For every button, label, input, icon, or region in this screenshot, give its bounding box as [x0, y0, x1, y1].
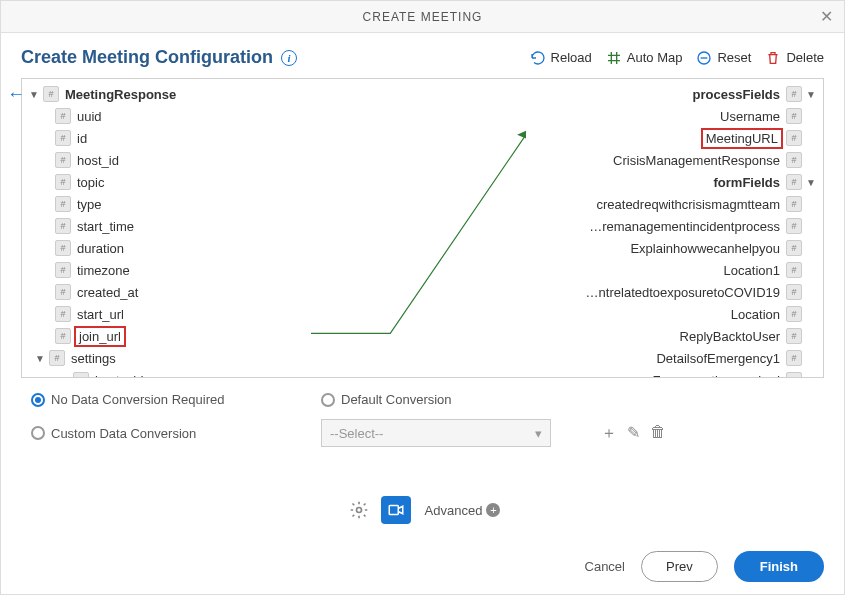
tree-node[interactable]: Zoommeetingrequired# — [526, 369, 823, 378]
tree-node[interactable]: DetailsofEmergency1# — [526, 347, 823, 369]
hash-icon: # — [786, 306, 802, 322]
finish-button[interactable]: Finish — [734, 551, 824, 582]
create-meeting-dialog: CREATE MEETING ✕ Create Meeting Configur… — [0, 0, 845, 595]
tree-node[interactable]: Explainhowwecanhelpyou# — [526, 237, 823, 259]
radio-icon — [31, 393, 45, 407]
hash-icon: # — [55, 328, 71, 344]
prev-button[interactable]: Prev — [641, 551, 718, 582]
tree-node-host-video[interactable]: # host_video — [22, 369, 311, 378]
hash-icon: # — [55, 218, 71, 234]
plus-circle-icon: + — [486, 503, 500, 517]
tree-node[interactable]: #topic — [22, 171, 311, 193]
toolbar: Reload Auto Map Reset Delete — [530, 50, 824, 66]
hash-icon: # — [786, 372, 802, 378]
hash-icon: # — [43, 86, 59, 102]
tree-node[interactable]: #start_time — [22, 215, 311, 237]
tree-node[interactable]: #start_url — [22, 303, 311, 325]
conversion-options-row2: Custom Data Conversion --Select-- ▾ ＋ ✎ … — [1, 413, 844, 453]
hash-icon: # — [786, 240, 802, 256]
tree-node[interactable]: ReplyBacktoUser# — [526, 325, 823, 347]
tree-node[interactable]: #host_id — [22, 149, 311, 171]
radio-icon — [321, 393, 335, 407]
tree-root-node[interactable]: ▼ # MeetingResponse — [22, 83, 311, 105]
connector-panel — [311, 78, 526, 378]
hash-icon: # — [786, 284, 802, 300]
expand-icon[interactable]: ▼ — [28, 89, 40, 100]
hash-icon: # — [786, 328, 802, 344]
cancel-button[interactable]: Cancel — [585, 559, 625, 574]
tree-node[interactable]: …remanagementincidentprocess# — [526, 215, 823, 237]
tree-node[interactable]: #id — [22, 127, 311, 149]
add-icon[interactable]: ＋ — [601, 423, 617, 444]
automap-button[interactable]: Auto Map — [606, 50, 683, 66]
tree-node-username[interactable]: Username # — [526, 105, 823, 127]
tree-node[interactable]: #uuid — [22, 105, 311, 127]
reload-button[interactable]: Reload — [530, 50, 592, 66]
footer: Cancel Prev Finish — [585, 551, 824, 582]
expand-icon[interactable]: ▼ — [34, 353, 46, 364]
radio-custom-conversion[interactable]: Custom Data Conversion — [31, 426, 281, 441]
conversion-actions: ＋ ✎ 🗑 — [601, 423, 666, 444]
close-icon[interactable]: ✕ — [820, 7, 834, 26]
reset-button[interactable]: Reset — [696, 50, 751, 66]
info-icon[interactable]: i — [281, 50, 297, 66]
tree-node[interactable]: #type — [22, 193, 311, 215]
hash-icon: # — [786, 218, 802, 234]
gear-icon[interactable] — [345, 496, 373, 524]
target-tree: processFields # ▼ Username # MeetingURL … — [526, 78, 824, 378]
conversion-options-row1: No Data Conversion Required Default Conv… — [1, 378, 844, 413]
edit-icon[interactable]: ✎ — [627, 423, 640, 444]
radio-default-conversion[interactable]: Default Conversion — [321, 392, 452, 407]
trash-icon[interactable]: 🗑 — [650, 423, 666, 444]
tree-node[interactable]: …ntrelatedtoexposuretoCOVID19# — [526, 281, 823, 303]
hash-icon: # — [786, 350, 802, 366]
mapping-area: ← ▼ # MeetingResponse #uuid#id#host_id#t… — [1, 78, 844, 378]
radio-no-conversion[interactable]: No Data Conversion Required — [31, 392, 281, 407]
hash-icon: # — [55, 174, 71, 190]
tree-node-processfields[interactable]: processFields # ▼ — [526, 83, 823, 105]
hash-icon: # — [786, 86, 802, 102]
dialog-title: CREATE MEETING — [363, 10, 483, 24]
tree-node[interactable]: createdreqwithcrisismagmtteam# — [526, 193, 823, 215]
bottom-bar: Advanced + — [1, 486, 844, 534]
title-bar: CREATE MEETING ✕ — [1, 1, 844, 33]
hash-icon: # — [55, 196, 71, 212]
back-arrow-icon[interactable]: ← — [7, 84, 25, 105]
hash-icon: # — [49, 350, 65, 366]
hash-icon: # — [55, 284, 71, 300]
hash-icon: # — [786, 196, 802, 212]
hash-icon: # — [786, 262, 802, 278]
tree-node-crisisresp[interactable]: CrisisManagementResponse # — [526, 149, 823, 171]
source-tree: ▼ # MeetingResponse #uuid#id#host_id#top… — [21, 78, 311, 378]
expand-icon[interactable]: ▼ — [805, 89, 817, 100]
hash-icon: # — [55, 240, 71, 256]
hash-icon: # — [55, 108, 71, 124]
tree-node-settings[interactable]: ▼ # settings — [22, 347, 311, 369]
page-title: Create Meeting Configuration — [21, 47, 273, 68]
tree-node[interactable]: Location# — [526, 303, 823, 325]
delete-button[interactable]: Delete — [765, 50, 824, 66]
tree-node[interactable]: #created_at — [22, 281, 311, 303]
hash-icon: # — [55, 130, 71, 146]
conversion-select[interactable]: --Select-- ▾ — [321, 419, 551, 447]
svg-point-1 — [356, 508, 361, 513]
tree-node[interactable]: Location1# — [526, 259, 823, 281]
expand-icon[interactable]: ▼ — [805, 177, 817, 188]
tree-node[interactable]: #duration — [22, 237, 311, 259]
hash-icon: # — [55, 152, 71, 168]
tree-node[interactable]: #timezone — [22, 259, 311, 281]
header: Create Meeting Configuration i Reload Au… — [1, 33, 844, 78]
hash-icon: # — [55, 306, 71, 322]
mapping-mode-icon[interactable] — [381, 496, 411, 524]
hash-icon: # — [786, 152, 802, 168]
chevron-down-icon: ▾ — [535, 426, 542, 441]
hash-icon: # — [73, 372, 89, 378]
tree-node-meetingurl[interactable]: MeetingURL # — [526, 127, 823, 149]
tree-node[interactable]: #join_url — [22, 325, 311, 347]
hash-icon: # — [786, 174, 802, 190]
radio-icon — [31, 426, 45, 440]
advanced-button[interactable]: Advanced + — [425, 503, 501, 518]
svg-rect-2 — [389, 506, 398, 515]
tree-node-formfields[interactable]: formFields # ▼ — [526, 171, 823, 193]
hash-icon: # — [786, 108, 802, 124]
